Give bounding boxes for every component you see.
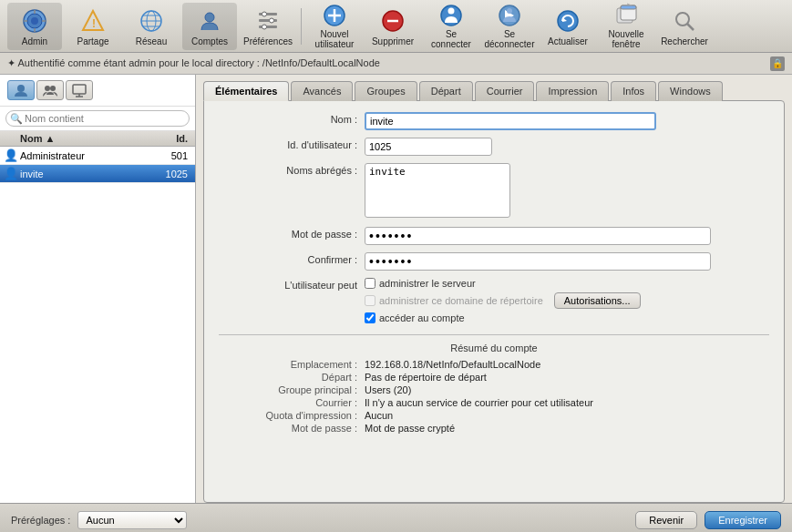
- svg-line-37: [687, 24, 694, 30]
- comptes-icon: [195, 6, 224, 36]
- confirmer-input[interactable]: [365, 252, 711, 271]
- summary-groupe: Groupe principal : Users (20): [219, 384, 769, 395]
- tab-depart[interactable]: Départ: [419, 81, 473, 101]
- sidebar-type-buttons: [0, 75, 195, 107]
- breadcrumb: ✦ Authentifié comme étant admin pour le …: [0, 53, 792, 75]
- acceder-label: accéder au compte: [379, 312, 465, 323]
- user-icon-0: 👤: [4, 148, 18, 162]
- tab-avances[interactable]: Avancés: [291, 81, 353, 101]
- rechercher-icon: [670, 6, 699, 36]
- row-name-1: invite: [20, 169, 146, 179]
- confirmer-value: [365, 252, 769, 271]
- actualiser-icon: [553, 6, 582, 36]
- toolbar-nouvelle-fenetre[interactable]: Nouvelle fenêtre: [599, 3, 653, 50]
- groupe-label: Groupe principal :: [219, 384, 365, 395]
- preglages-select[interactable]: Aucun: [77, 511, 187, 529]
- bottom-bar: Préréglages : Aucun Revenir Enregistrer: [0, 503, 792, 532]
- id-input[interactable]: [365, 138, 492, 156]
- row-name-0: Administrateur: [20, 150, 146, 161]
- summary-depart: Départ : Pas de répertoire de départ: [219, 372, 769, 383]
- checkbox-admin-serveur[interactable]: [365, 278, 375, 289]
- courrier-sum-label: Courrier :: [219, 397, 365, 408]
- id-value: [365, 138, 769, 156]
- toolbar-actualiser[interactable]: Actualiser: [540, 3, 595, 50]
- groupe-value: Users (20): [365, 384, 411, 395]
- summary-mdp: Mot de passe : Mot de passe crypté: [219, 423, 769, 434]
- checkbox-acceder[interactable]: [365, 312, 375, 323]
- mdp-value: [365, 227, 769, 245]
- toolbar-admin[interactable]: Admin: [7, 3, 62, 50]
- id-label: Id. d'utilisateur :: [219, 138, 365, 150]
- svg-point-14: [205, 13, 214, 22]
- form-row-id: Id. d'utilisateur :: [219, 138, 769, 156]
- toolbar-sep-1: [301, 8, 302, 45]
- toolbar-reseau[interactable]: Réseau: [124, 3, 179, 50]
- preferences-icon: [253, 6, 283, 36]
- mdp-input[interactable]: [365, 227, 711, 245]
- table-header: Nom ▲ Id.: [0, 131, 195, 147]
- revenir-button[interactable]: Revenir: [635, 511, 697, 529]
- type-btn-user[interactable]: [7, 80, 35, 100]
- admin-icon: [20, 6, 49, 36]
- checkbox-row-admin-domaine: administrer ce domaine de répertoire Aut…: [365, 292, 769, 309]
- col-name-header: Nom ▲: [4, 133, 146, 144]
- type-btn-computer[interactable]: [66, 80, 93, 100]
- nom-label: Nom :: [219, 112, 365, 125]
- preferences-label: Préférences: [243, 36, 293, 46]
- toolbar-se-deconnecter[interactable]: Se déconnecter: [482, 3, 537, 50]
- noms-abreges-value: invite: [365, 163, 769, 220]
- tab-courrier[interactable]: Courrier: [475, 81, 535, 101]
- admin-serveur-label: administrer le serveur: [379, 278, 476, 289]
- quota-label: Quota d'impression :: [219, 410, 365, 421]
- svg-point-27: [448, 8, 455, 15]
- courrier-sum-value: Il n'y a aucun service de courrier pour …: [365, 397, 593, 408]
- toolbar-rechercher[interactable]: Rechercher: [657, 3, 712, 50]
- toolbar-supprimer[interactable]: Supprimer: [365, 3, 420, 50]
- user-icon-1: 👤: [4, 167, 18, 180]
- breadcrumb-text: ✦ Authentifié comme étant admin pour le …: [7, 57, 380, 69]
- noms-abreges-textarea[interactable]: invite: [365, 163, 510, 218]
- tab-infos[interactable]: Infos: [611, 81, 656, 101]
- toolbar-se-connecter[interactable]: Se connecter: [424, 3, 478, 50]
- svg-point-29: [507, 8, 512, 14]
- autorisations-button[interactable]: Autorisations...: [554, 292, 641, 309]
- tab-windows[interactable]: Windows: [658, 81, 723, 101]
- svg-point-30: [558, 11, 578, 31]
- noms-abreges-label: Noms abrégés :: [219, 163, 365, 176]
- depart-sum-value: Pas de répertoire de départ: [365, 372, 487, 383]
- comptes-label: Comptes: [191, 36, 228, 46]
- toolbar-partage[interactable]: ! Partage: [66, 3, 120, 50]
- se-deconnecter-icon: [495, 3, 524, 28]
- svg-point-40: [50, 86, 56, 91]
- supprimer-label: Supprimer: [372, 36, 414, 46]
- tab-impression[interactable]: Impression: [536, 81, 609, 101]
- right-panel: Élémentaires Avancés Groupes Départ Cour…: [196, 75, 792, 503]
- mdp-sum-value: Mot de passe crypté: [365, 423, 455, 434]
- svg-point-18: [262, 12, 267, 16]
- checkbox-admin-domaine: [365, 295, 375, 306]
- tab-elementaires[interactable]: Élémentaires: [203, 81, 289, 101]
- svg-point-38: [17, 85, 25, 92]
- svg-text:!: !: [92, 17, 96, 30]
- toolbar-comptes[interactable]: Comptes: [182, 3, 237, 50]
- svg-point-39: [45, 86, 50, 91]
- toolbar-nouvel-utilisateur[interactable]: Nouvel utilisateur: [307, 3, 362, 50]
- form-row-noms-abreges: Noms abrégés : invite: [219, 163, 769, 220]
- type-btn-group[interactable]: [36, 80, 64, 100]
- nom-input[interactable]: [365, 112, 656, 130]
- form-row-nom: Nom :: [219, 112, 769, 130]
- table-row-selected[interactable]: 👤 invite 1025: [0, 165, 195, 183]
- toolbar-preferences[interactable]: Préférences: [241, 3, 295, 50]
- form-row-permissions: L'utilisateur peut administrer le serveu…: [219, 278, 769, 327]
- enregistrer-button[interactable]: Enregistrer: [705, 511, 781, 529]
- partage-icon: !: [78, 6, 108, 36]
- lock-icon: 🔒: [770, 56, 785, 71]
- table-row[interactable]: 👤 Administrateur 501: [0, 147, 195, 165]
- resume-title: Résumé du compte: [219, 343, 769, 353]
- form-row-confirmer: Confirmer :: [219, 252, 769, 271]
- tab-groupes[interactable]: Groupes: [355, 81, 417, 101]
- search-input[interactable]: [5, 110, 190, 127]
- checkbox-row-acceder: accéder au compte: [365, 312, 769, 323]
- user-table: Nom ▲ Id. 👤 Administrateur 501 👤 invite …: [0, 131, 195, 503]
- row-id-0: 501: [146, 150, 191, 161]
